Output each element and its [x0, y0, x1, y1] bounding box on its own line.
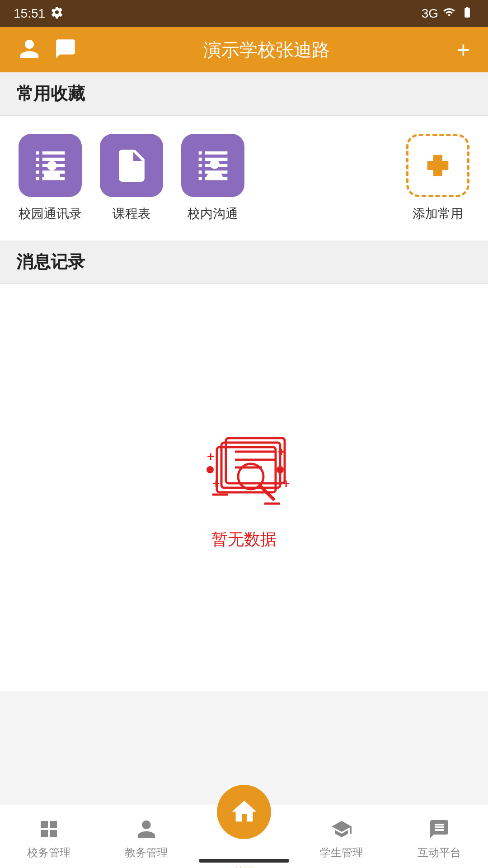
grid-icon — [38, 818, 60, 842]
add-icon-wrap — [406, 134, 469, 197]
schedule-label: 课程表 — [113, 205, 150, 222]
shortcut-schedule[interactable]: 课程表 — [98, 134, 165, 222]
nav-home-label: 首页 — [233, 865, 255, 868]
person-icon — [136, 818, 157, 842]
svg-text:+: + — [207, 449, 214, 463]
shortcuts-grid: 校园通讯录 课程表 校内沟通 添加常用 — [0, 116, 488, 241]
empty-text: 暂无数据 — [211, 528, 277, 551]
svg-point-16 — [277, 466, 284, 473]
svg-text:+: + — [212, 476, 220, 491]
messages-section: 消息记录 + + + + — [0, 241, 488, 691]
status-bar: 15:51 3G — [0, 0, 488, 27]
add-button[interactable]: + — [457, 37, 470, 63]
nav-school-label: 校务管理 — [27, 845, 70, 860]
signal-icon — [443, 6, 455, 22]
gear-icon — [51, 6, 63, 22]
empty-state: + + + + 暂无数据 — [185, 397, 303, 578]
schedule-icon-wrap — [100, 134, 163, 197]
nav-platform-label: 互动平台 — [418, 845, 461, 860]
nav-teaching[interactable]: 教务管理 — [98, 814, 195, 860]
svg-rect-4 — [221, 443, 280, 488]
nav-students-label: 学生管理 — [320, 845, 363, 860]
chat-bubble-icon — [428, 818, 450, 842]
bottom-nav: 校务管理 教务管理 首页 学生管理 — [0, 805, 488, 868]
time-display: 15:51 — [14, 6, 45, 21]
nav-home[interactable]: 首页 — [195, 794, 293, 868]
battery-icon — [460, 6, 474, 22]
svg-point-0 — [210, 159, 219, 169]
chat-label: 校内沟通 — [188, 205, 238, 222]
messages-section-header: 消息记录 — [0, 241, 488, 284]
nav-teaching-label: 教务管理 — [125, 845, 168, 860]
svg-text:+: + — [278, 445, 285, 459]
contacts-icon-wrap — [19, 134, 82, 197]
add-shortcut-button[interactable]: 添加常用 — [404, 134, 472, 222]
chat-icon-wrap — [181, 134, 244, 197]
nav-students[interactable]: 学生管理 — [293, 814, 390, 860]
contacts-label: 校园通讯录 — [19, 205, 82, 222]
messages-icon[interactable] — [54, 38, 77, 62]
school-name: 演示学校张迪路 — [77, 38, 457, 62]
shortcuts-section-header: 常用收藏 — [0, 72, 488, 116]
shortcut-contacts[interactable]: 校园通讯录 — [16, 134, 84, 222]
home-fab[interactable] — [217, 785, 271, 839]
profile-icon[interactable] — [18, 38, 41, 62]
network-label: 3G — [422, 6, 438, 21]
shortcut-chat[interactable]: 校内沟通 — [179, 134, 247, 222]
svg-point-15 — [206, 466, 214, 473]
svg-text:+: + — [282, 476, 290, 491]
messages-content: + + + + 暂无数据 — [0, 284, 488, 691]
app-header: 演示学校张迪路 + — [0, 27, 488, 72]
graduation-icon — [331, 818, 352, 842]
add-shortcut-label: 添加常用 — [413, 205, 463, 222]
home-indicator — [199, 859, 289, 863]
nav-school-admin[interactable]: 校务管理 — [0, 814, 98, 860]
empty-icon: + + + + — [185, 425, 303, 515]
nav-platform[interactable]: 互动平台 — [390, 814, 488, 860]
